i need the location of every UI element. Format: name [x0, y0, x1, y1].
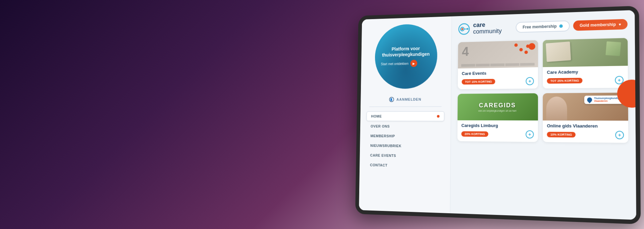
hero-arrow-button[interactable]: ▶ [410, 60, 417, 67]
user-icon: 👤 [389, 97, 394, 102]
card-caregids-footer: 20% KORTING + [461, 130, 534, 138]
card-events-image: 4 [458, 40, 538, 68]
notebook-shape [546, 41, 571, 62]
nav-item-over-ons[interactable]: OVER ONS [366, 122, 444, 131]
location-pin-icon [586, 96, 593, 103]
card-vlaanderen-body: Online gids Vlaanderen 10% KORTING + [543, 120, 628, 143]
card-caregids-title: Caregids Limburg [462, 123, 534, 128]
pin-1 [526, 44, 530, 48]
card-events-body: Care Events TOT 15% KORTING + [458, 67, 538, 89]
vlaanderen-region-text: Vlaanderen [594, 100, 622, 103]
nav-item-contact[interactable]: CONTACT [366, 160, 444, 171]
hero-circle: Platform voor thuisverpleegkundigen Star… [374, 23, 437, 89]
gold-membership-button[interactable]: Gold membership ♥ [573, 19, 628, 31]
sidebar: Platform voor thuisverpleegkundigen Star… [359, 16, 452, 213]
card-vlaanderen-image: Thuisverpleegkundigen Vlaanderen [543, 93, 628, 121]
pin-2 [519, 48, 523, 51]
card-academy-discount: TOT 25% KORTING [547, 78, 583, 84]
nav-menu: HOME OVER ONS MEMBERSHIP NIEUWSRUBRIEK C… [360, 109, 451, 174]
logo-community: community [473, 28, 501, 35]
card-vlaanderen: Thuisverpleegkundigen Vlaanderen Online … [543, 93, 628, 143]
logo-text: care community [473, 21, 502, 35]
notebook-spiral [605, 41, 621, 56]
membership-buttons: Free membership Gold membership ♥ [516, 18, 628, 33]
content-header: care community Free membership Gold memb… [458, 17, 628, 36]
nav-item-home[interactable]: HOME [366, 111, 444, 121]
svg-point-4 [467, 28, 468, 30]
card-academy-image [543, 38, 628, 67]
nav-contact-label: CONTACT [370, 163, 387, 167]
card-vlaanderen-footer: 10% KORTING + [547, 130, 624, 139]
login-link[interactable]: 👤 AANMELDEN [389, 97, 421, 102]
content-area: care community Free membership Gold memb… [450, 10, 636, 220]
hero-cta[interactable]: Start met ontdekken ▶ [381, 60, 431, 68]
calendar-pins-visual: 4 [458, 40, 538, 68]
card-caregids-add-button[interactable]: + [526, 130, 534, 138]
svg-point-2 [462, 28, 463, 30]
nav-over-ons-label: OVER ONS [371, 124, 390, 128]
caregids-visual: CAREGIDS een zin verpleegkundigen uit uw… [458, 93, 538, 120]
vlaanderen-person [546, 96, 567, 120]
tablet-frame: Platform voor thuisverpleegkundigen Star… [355, 6, 641, 224]
free-membership-button[interactable]: Free membership [516, 20, 570, 33]
sidebar-divider [369, 106, 441, 107]
free-dot-icon [559, 24, 563, 27]
nav-nieuwsrubriek-label: NIEUWSRUBRIEK [370, 144, 401, 148]
pin-4 [525, 50, 528, 54]
card-vlaanderen-add-button[interactable]: + [615, 131, 624, 139]
card-caregids: CAREGIDS een zin verpleegkundigen uit uw… [458, 93, 538, 142]
card-caregids-image: CAREGIDS een zin verpleegkundigen uit uw… [458, 93, 538, 120]
hero-text: Platform voor thuisverpleegkundigen Star… [375, 39, 437, 74]
card-events-add-button[interactable]: + [526, 77, 534, 85]
card-events-title: Care Events [462, 70, 534, 76]
pin-3 [514, 43, 518, 47]
card-care-academy: Care Academy TOT 25% KORTING + [543, 38, 628, 89]
grid-lines [461, 63, 535, 67]
card-academy-title: Care Academy [547, 68, 624, 75]
nav-item-membership[interactable]: MEMBERSHIP [366, 131, 444, 141]
caregids-word: CAREGIDS [479, 102, 516, 109]
card-caregids-body: Caregids Limburg 20% KORTING + [458, 120, 538, 142]
card-vlaanderen-discount: 10% KORTING [547, 132, 576, 137]
cards-grid: 4 [458, 38, 629, 143]
login-label: AANMELDEN [396, 97, 421, 101]
card-academy-body: Care Academy TOT 25% KORTING + [543, 66, 628, 89]
card-events-footer: TOT 15% KORTING + [462, 77, 534, 85]
logo-area: care community [458, 21, 502, 36]
card-care-events: 4 [458, 40, 538, 89]
heart-icon: ♥ [619, 22, 621, 26]
nav-item-nieuwsrubriek[interactable]: NIEUWSRUBRIEK [366, 141, 444, 151]
nav-home-label: HOME [371, 114, 382, 118]
card-events-discount: TOT 15% KORTING [462, 79, 495, 84]
nav-care-events-label: CARE EVENTS [370, 153, 396, 158]
card-vlaanderen-title: Online gids Vlaanderen [547, 123, 624, 128]
card-caregids-discount: 20% KORTING [461, 131, 488, 137]
card-academy-footer: TOT 25% KORTING + [547, 76, 624, 85]
hero-cta-text: Start met ontdekken [381, 62, 409, 66]
nav-active-dot [437, 115, 440, 118]
caregids-sub-text: een zin verpleegkundigen uit uw hart [478, 109, 516, 112]
nav-membership-label: MEMBERSHIP [370, 134, 395, 138]
logo-icon [458, 23, 470, 35]
hero-title: Platform voor thuisverpleegkundigen [381, 45, 431, 58]
tablet-screen: Platform voor thuisverpleegkundigen Star… [359, 10, 636, 220]
calendar-number: 4 [462, 45, 469, 59]
gold-membership-label: Gold membership [580, 22, 616, 28]
notebook-visual-bg [543, 38, 628, 67]
nav-item-care-events[interactable]: CARE EVENTS [366, 151, 444, 161]
free-membership-label: Free membership [523, 24, 557, 30]
